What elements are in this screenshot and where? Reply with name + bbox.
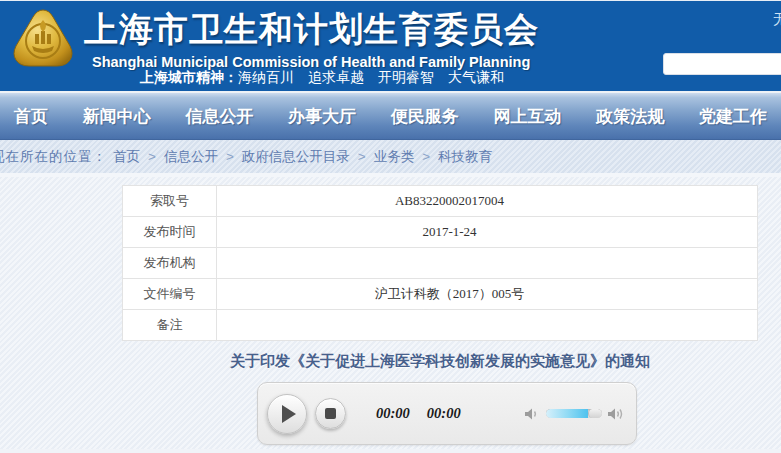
nav-item-home[interactable]: 首页 — [14, 105, 48, 128]
stop-icon — [325, 408, 336, 419]
table-row: 文件编号 沪卫计科教（2017）005号 — [123, 279, 758, 310]
main-content: 索取号 AB83220002017004 发布时间 2017-1-24 发布机构… — [0, 177, 781, 449]
row-value-publish-org — [217, 248, 758, 279]
city-spirit-slogan: 上海城市精神：海纳百川 追求卓越 开明睿智 大气谦和 — [140, 69, 504, 87]
document-info-table: 索取号 AB83220002017004 发布时间 2017-1-24 发布机构… — [122, 185, 758, 341]
row-label-remarks: 备注 — [123, 310, 217, 341]
row-label-publish-date: 发布时间 — [123, 217, 217, 248]
nav-item-news[interactable]: 新闻中心 — [83, 105, 151, 128]
volume-handle[interactable] — [588, 409, 602, 418]
breadcrumb-separator-icon: > — [422, 149, 430, 164]
nav-item-interaction[interactable]: 网上互动 — [494, 105, 562, 128]
site-header: 上海市卫生和计划生育委员会 Shanghai Municipal Commiss… — [0, 0, 781, 91]
breadcrumb-location-label: 现在所在的位置： — [0, 148, 107, 166]
table-row: 发布时间 2017-1-24 — [123, 217, 758, 248]
breadcrumb-item-directory[interactable]: 政府信息公开目录 — [242, 148, 350, 166]
nav-item-service-hall[interactable]: 办事大厅 — [288, 105, 356, 128]
row-label-publish-org: 发布机构 — [123, 248, 217, 279]
row-value-publish-date: 2017-1-24 — [217, 217, 758, 248]
site-title-en: Shanghai Municipal Commission of Health … — [92, 54, 539, 70]
breadcrumb-item-info[interactable]: 信息公开 — [164, 148, 218, 166]
row-label-doc-number: 文件编号 — [123, 279, 217, 310]
breadcrumb: 现在所在的位置： 首页 > 信息公开 > 政府信息公开目录 > 业务类 > 科技… — [0, 140, 781, 177]
accessibility-link[interactable]: 无 — [773, 11, 781, 29]
document-title: 关于印发《关于促进上海医学科技创新发展的实施意见》的通知 — [122, 352, 758, 371]
play-icon — [282, 405, 296, 423]
nav-item-info-public[interactable]: 信息公开 — [185, 105, 253, 128]
breadcrumb-item-business[interactable]: 业务类 — [374, 148, 415, 166]
nav-item-party[interactable]: 党建工作 — [699, 105, 767, 128]
play-button[interactable] — [267, 394, 307, 434]
row-value-remarks — [217, 310, 758, 341]
audio-player: 00:00 00:00 — [257, 382, 637, 445]
breadcrumb-item-scitech[interactable]: 科技教育 — [438, 148, 492, 166]
table-row: 索取号 AB83220002017004 — [123, 186, 758, 217]
main-nav: 首页 新闻中心 信息公开 办事大厅 便民服务 网上互动 政策法规 党建工作 — [0, 93, 781, 140]
row-value-index-no: AB83220002017004 — [217, 186, 758, 217]
breadcrumb-item-home[interactable]: 首页 — [113, 148, 140, 166]
breadcrumb-separator-icon: > — [148, 149, 156, 164]
table-row: 发布机构 — [123, 248, 758, 279]
volume-slider[interactable] — [546, 409, 602, 418]
volume-controls — [524, 406, 624, 422]
breadcrumb-separator-icon: > — [226, 149, 234, 164]
row-value-doc-number: 沪卫计科教（2017）005号 — [217, 279, 758, 310]
slogan-label: 上海城市精神： — [140, 69, 238, 85]
table-row: 备注 — [123, 310, 758, 341]
volume-down-icon[interactable] — [524, 406, 541, 422]
slogan-text: 海纳百川 追求卓越 开明睿智 大气谦和 — [238, 69, 504, 85]
site-title-cn: 上海市卫生和计划生育委员会 — [84, 7, 539, 53]
volume-fill — [546, 409, 588, 418]
nav-item-convenience[interactable]: 便民服务 — [391, 105, 459, 128]
volume-up-icon[interactable] — [607, 406, 624, 422]
commission-logo-icon — [10, 8, 76, 72]
nav-item-policy[interactable]: 政策法规 — [596, 105, 664, 128]
total-time: 00:00 — [427, 405, 461, 422]
current-time: 00:00 — [376, 405, 410, 422]
row-label-index-no: 索取号 — [123, 186, 217, 217]
search-input[interactable] — [663, 53, 781, 75]
stop-button[interactable] — [315, 398, 346, 429]
time-display: 00:00 00:00 — [376, 405, 461, 422]
breadcrumb-separator-icon: > — [358, 149, 366, 164]
